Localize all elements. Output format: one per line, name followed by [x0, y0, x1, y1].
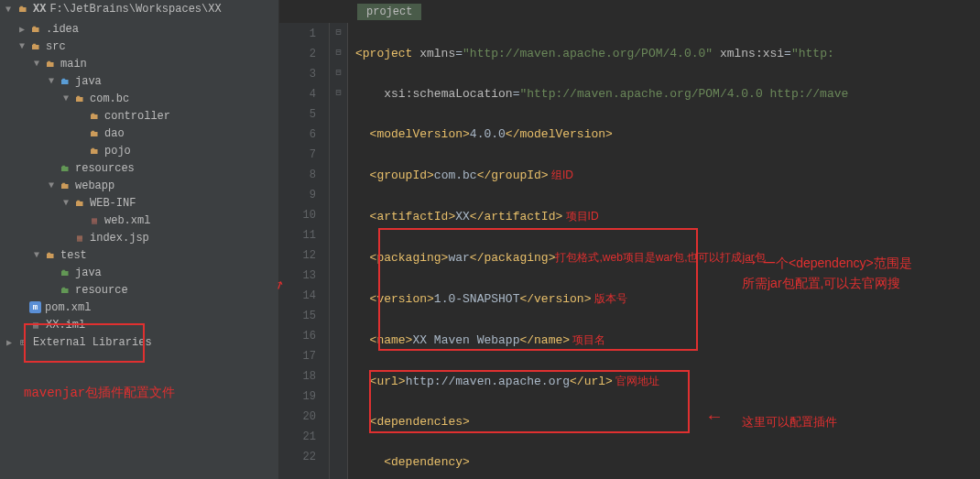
line-gutter: 1 2 3 4 5 6 7 8 9 10 11 12 13 14 15 16 1… — [279, 23, 330, 479]
fold-toggle[interactable]: ⊟ — [330, 43, 347, 63]
annotation-highlight-pom — [24, 323, 145, 363]
tree-label: index.jsp — [90, 232, 149, 245]
xml-file-icon: ▦ — [88, 214, 101, 227]
tree-label: src — [46, 40, 66, 53]
xml-attr: :schemaLocation — [406, 87, 513, 101]
package-icon: 🖿 — [88, 145, 101, 158]
tree-label: java — [75, 75, 102, 88]
xml-text: XX — [455, 210, 470, 223]
tree-label: webapp — [75, 180, 114, 192]
annotation-text: 项目ID — [562, 210, 598, 223]
xml-text: = — [784, 47, 791, 60]
annotation-text-build: 这里可以配置插件 — [742, 412, 837, 432]
maven-file-icon: m — [29, 301, 41, 313]
line-number: 11 — [279, 225, 316, 245]
line-number: 9 — [279, 185, 316, 205]
tree-item-resources[interactable]: 🖿resources — [0, 159, 278, 177]
line-number: 19 — [279, 386, 316, 407]
tree-item-test[interactable]: ▼🖿test — [0, 246, 278, 264]
project-breadcrumb: ▼ 🖿 XX F:\JetBrains\Workspaces\XX — [0, 0, 278, 18]
tree-label: pojo — [104, 145, 131, 158]
annotation-label: 这里可以配置插件 — [742, 415, 837, 429]
tree-item-test-resource[interactable]: 🖿resource — [0, 281, 278, 299]
annotation-text: 组ID — [549, 169, 573, 181]
tree-item-pojo[interactable]: 🖿pojo — [0, 142, 278, 159]
tree-item-controller[interactable]: 🖿controller — [0, 107, 278, 125]
project-tree-panel: ▼ 🖿 XX F:\JetBrains\Workspaces\XX ▶🖿.ide… — [0, 0, 279, 479]
tree-item-pom[interactable]: mpom.xml — [0, 299, 278, 316]
xml-tag: <dependency> — [384, 455, 470, 469]
folder-icon: 🖿 — [16, 3, 29, 16]
line-number: 8 — [279, 165, 316, 185]
tree-item-main[interactable]: ▼🖿main — [0, 55, 278, 72]
project-root-label: XX — [33, 3, 46, 16]
project-path: F:\JetBrains\Workspaces\XX — [49, 3, 221, 16]
code-content[interactable]: <project xmlns="http://maven.apache.org/… — [348, 23, 980, 479]
annotation-highlight-dependency — [378, 228, 698, 351]
tree-item-webapp[interactable]: ▼🖿webapp — [0, 177, 278, 194]
line-number: 5 — [279, 104, 316, 125]
line-number: 18 — [279, 366, 316, 386]
fold-gutter: ⊟ ⊟ ⊟ ⊟ — [330, 23, 348, 479]
tree-label: resources — [75, 162, 135, 175]
package-icon: 🖿 — [88, 127, 101, 140]
tree-item-java[interactable]: ▼🖿java — [0, 72, 278, 90]
folder-icon: 🖿 — [73, 197, 86, 210]
xml-attr: xmlns: — [713, 47, 763, 60]
tree-label: test — [60, 249, 87, 262]
line-number: 2 — [279, 44, 316, 64]
tree-item-dao[interactable]: 🖿dao — [0, 125, 278, 142]
line-number: 6 — [279, 125, 316, 145]
tree-label: WEB-INF — [90, 197, 136, 210]
annotation-text-maven: mavenjar包插件配置文件 — [24, 385, 175, 401]
xml-tag: <modelVersion> — [370, 127, 470, 141]
line-number: 22 — [279, 447, 316, 467]
xml-attr: xmlns — [419, 47, 455, 60]
fold-toggle[interactable]: ⊟ — [330, 23, 347, 43]
xml-tag: <artifactId> — [370, 210, 456, 223]
folder-icon: 🖿 — [29, 23, 42, 36]
tree-label: controller — [104, 110, 170, 123]
fold-toggle[interactable]: ⊟ — [330, 63, 347, 83]
tree-item-src[interactable]: ▼🖿src — [0, 38, 278, 55]
folder-icon: 🖿 — [59, 267, 71, 279]
xml-tag: <groupId> — [370, 169, 434, 182]
line-number: 13 — [279, 266, 316, 286]
xml-text: com.bc — [434, 169, 477, 182]
xml-tag: </artifactId> — [470, 210, 562, 223]
tree-label: resource — [75, 284, 128, 297]
tree-item-webxml[interactable]: ▦web.xml — [0, 212, 278, 229]
folder-icon: 🖿 — [59, 180, 71, 192]
xml-string: "http://maven.apache.org/POM/4.0.0 http:… — [519, 87, 848, 101]
folder-icon: 🖿 — [59, 75, 71, 88]
file-tree: ▶🖿.idea ▼🖿src ▼🖿main ▼🖿java ▼🖿com.bc 🖿co… — [0, 18, 278, 353]
tree-item-indexjsp[interactable]: ▦index.jsp — [0, 229, 278, 246]
tree-label: java — [75, 267, 102, 279]
xml-text: = — [455, 47, 463, 60]
folder-icon: 🖿 — [44, 58, 57, 71]
line-number: 20 — [279, 407, 316, 427]
line-number: 21 — [279, 427, 316, 447]
line-number: 4 — [279, 84, 316, 104]
code-area: 1 2 3 4 5 6 7 8 9 10 11 12 13 14 15 16 1… — [279, 23, 980, 479]
annotation-text-dependency: → 一个<dependency>范围是 所需jar包配置,可以去官网搜 — [742, 252, 912, 293]
line-number: 17 — [279, 346, 316, 366]
tree-label: com.bc — [90, 93, 129, 105]
line-number: 1 — [279, 24, 316, 44]
fold-toggle[interactable]: ⊟ — [330, 83, 347, 103]
xml-text: 4.0.0 — [470, 127, 506, 141]
tree-item-test-java[interactable]: 🖿java — [0, 264, 278, 281]
tree-label: dao — [104, 127, 125, 140]
annotation-highlight-build — [369, 370, 690, 433]
tree-item-idea[interactable]: ▶🖿.idea — [0, 20, 278, 38]
folder-icon: 🖿 — [44, 249, 57, 262]
annotation-arrow-icon: ← — [709, 408, 720, 428]
tree-label: .idea — [46, 23, 79, 36]
xml-breadcrumb-tag[interactable]: project — [357, 4, 421, 20]
xml-tag: </modelVersion> — [506, 127, 613, 141]
tree-label: main — [60, 58, 87, 71]
package-icon: 🖿 — [88, 110, 101, 123]
line-number: 3 — [279, 64, 316, 84]
tree-item-webinf[interactable]: ▼🖿WEB-INF — [0, 194, 278, 212]
tree-item-combc[interactable]: ▼🖿com.bc — [0, 90, 278, 107]
